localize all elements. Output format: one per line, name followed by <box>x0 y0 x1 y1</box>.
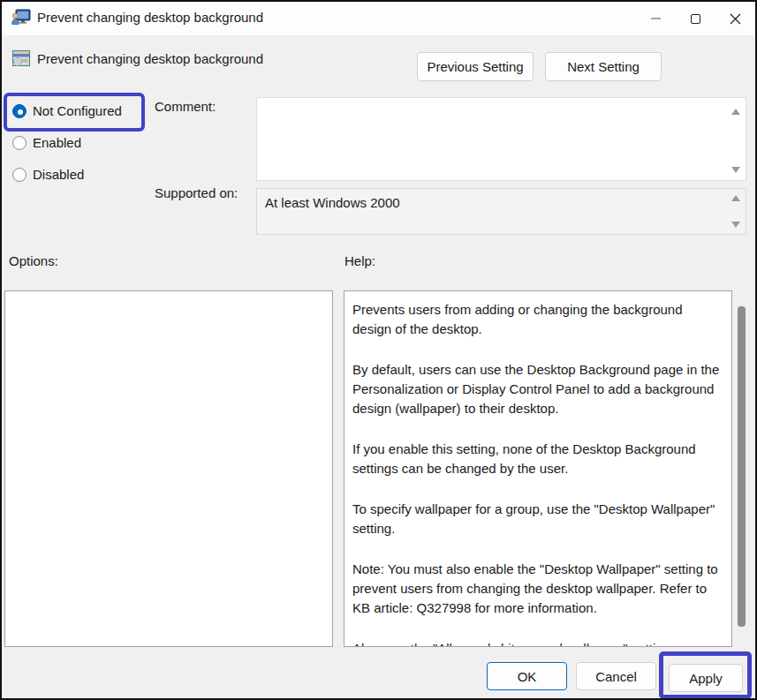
scroll-up-icon[interactable] <box>731 109 740 115</box>
radio-disabled[interactable]: Disabled <box>12 167 84 182</box>
radio-unselected-icon <box>12 168 26 182</box>
radio-label: Disabled <box>33 167 84 182</box>
supported-on-value: At least Windows 2000 <box>265 195 400 210</box>
radio-enabled[interactable]: Enabled <box>12 135 81 150</box>
help-paragraph: Prevents users from adding or changing t… <box>352 300 723 339</box>
radio-label: Enabled <box>33 135 81 150</box>
scroll-down-icon[interactable] <box>731 222 740 228</box>
help-paragraph: Note: You must also enable the "Desktop … <box>352 560 723 618</box>
window-controls <box>636 2 755 35</box>
scroll-down-icon[interactable] <box>731 167 740 173</box>
policy-setting-dialog: Prevent changing desktop background Prev… <box>0 0 757 700</box>
apply-button[interactable]: Apply <box>669 664 743 692</box>
supported-on-label: Supported on: <box>155 185 238 200</box>
cancel-button[interactable]: Cancel <box>576 662 656 690</box>
minimize-icon <box>651 18 661 19</box>
radio-selected-icon <box>12 104 26 118</box>
comment-textarea[interactable] <box>256 97 746 181</box>
title-bar: Prevent changing desktop background <box>2 2 755 35</box>
supported-on-field: At least Windows 2000 <box>256 188 746 235</box>
comment-label: Comment: <box>155 99 216 114</box>
help-paragraph: If you enable this setting, none of the … <box>352 440 723 478</box>
minimize-button[interactable] <box>636 2 676 35</box>
close-button[interactable] <box>715 2 755 35</box>
help-label: Help: <box>344 253 375 268</box>
help-paragraph: To specify wallpaper for a group, use th… <box>352 500 723 538</box>
previous-setting-button[interactable]: Previous Setting <box>417 52 534 81</box>
help-paragraph: Also, see the "Allow only bitmapped wall… <box>352 639 723 647</box>
maximize-button[interactable] <box>676 2 715 35</box>
help-panel: Prevents users from adding or changing t… <box>344 290 732 647</box>
setting-name: Prevent changing desktop background <box>37 51 263 66</box>
options-label: Options: <box>9 253 58 268</box>
help-text: Prevents users from adding or changing t… <box>344 291 731 647</box>
help-paragraph: By default, users can use the Desktop Ba… <box>352 360 723 418</box>
group-policy-user-icon <box>11 9 31 26</box>
next-setting-button[interactable]: Next Setting <box>545 52 662 81</box>
radio-label: Not Configured <box>33 103 122 118</box>
policy-setting-icon <box>11 49 32 69</box>
ok-button[interactable]: OK <box>487 662 567 690</box>
close-icon <box>730 13 741 25</box>
radio-unselected-icon <box>12 136 26 150</box>
window-title: Prevent changing desktop background <box>37 10 263 25</box>
maximize-icon <box>691 14 700 24</box>
scroll-up-icon[interactable] <box>731 195 740 201</box>
options-panel <box>4 290 333 647</box>
radio-not-configured[interactable]: Not Configured <box>12 103 122 118</box>
help-scrollbar-thumb[interactable] <box>738 306 746 627</box>
